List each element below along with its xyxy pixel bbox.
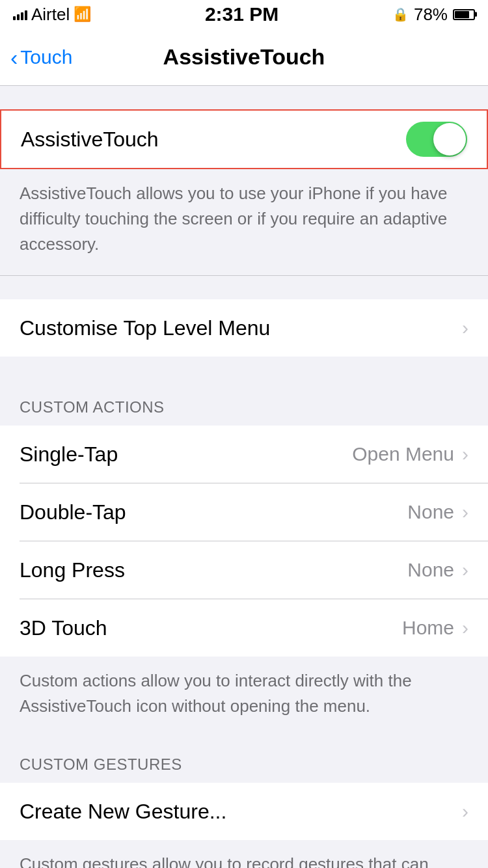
long-press-value: None › [407, 559, 468, 581]
orientation-lock-icon: 🔒 [392, 7, 409, 22]
back-button[interactable]: ‹ Touch [10, 46, 72, 68]
wifi-icon: 📶 [74, 6, 91, 23]
double-tap-chevron-icon: › [462, 501, 468, 523]
single-tap-current-value: Open Menu [352, 443, 454, 465]
signal-bars [13, 8, 27, 20]
custom-gestures-card: Create New Gesture... › [0, 783, 488, 840]
assistive-touch-row-inner: AssistiveTouch [1, 111, 487, 168]
back-chevron-icon: ‹ [10, 46, 18, 68]
custom-actions-header: CUSTOM ACTIONS [0, 380, 488, 426]
long-press-row[interactable]: Long Press None › [0, 541, 488, 599]
status-right: 🔒 78% [392, 5, 475, 25]
signal-bar-2 [17, 14, 20, 20]
assistive-touch-label: AssistiveTouch [21, 128, 159, 152]
carrier-label: Airtel [31, 5, 70, 25]
battery-fill [455, 11, 469, 18]
status-left: Airtel 📶 [13, 5, 91, 25]
double-tap-value: None › [407, 501, 468, 523]
custom-gestures-header: CUSTOM GESTURES [0, 737, 488, 783]
battery-percent-label: 78% [414, 5, 448, 25]
single-tap-row[interactable]: Single-Tap Open Menu › [0, 426, 488, 483]
double-tap-current-value: None [407, 501, 454, 523]
back-label: Touch [20, 46, 72, 68]
single-tap-chevron-icon: › [462, 443, 468, 465]
long-press-chevron-icon: › [462, 559, 468, 581]
single-tap-value: Open Menu › [352, 443, 468, 465]
single-tap-label: Single-Tap [20, 442, 118, 467]
3d-touch-value: Home › [402, 617, 468, 639]
double-tap-label: Double-Tap [20, 500, 126, 524]
nav-bar: ‹ Touch AssistiveTouch [0, 29, 488, 86]
status-bar: Airtel 📶 2:31 PM 🔒 78% [0, 0, 488, 29]
time-display: 2:31 PM [205, 3, 278, 25]
3d-touch-row[interactable]: 3D Touch Home › [0, 599, 488, 657]
chevron-right-icon: › [462, 317, 468, 339]
custom-actions-card: Single-Tap Open Menu › Double-Tap None ›… [0, 426, 488, 657]
assistive-touch-toggle[interactable] [406, 122, 467, 157]
toggle-thumb [433, 123, 466, 156]
customise-menu-card: Customise Top Level Menu › [0, 299, 488, 357]
signal-bar-3 [21, 12, 23, 20]
customise-menu-value: › [462, 317, 468, 339]
customise-menu-row[interactable]: Customise Top Level Menu › [0, 299, 488, 357]
battery-icon [453, 9, 475, 20]
battery-container [453, 9, 475, 20]
assistive-touch-description: AssistiveTouch allows you to use your iP… [0, 169, 488, 275]
create-gesture-label: Create New Gesture... [20, 800, 226, 824]
spacer-3 [0, 357, 488, 380]
long-press-current-value: None [407, 559, 454, 581]
spacer-2 [0, 276, 488, 299]
top-spacer [0, 86, 488, 109]
signal-bar-4 [25, 10, 27, 20]
3d-touch-current-value: Home [402, 617, 454, 639]
assistive-touch-row[interactable]: AssistiveTouch [0, 109, 488, 169]
page-title: AssistiveTouch [163, 44, 325, 70]
create-gesture-chevron-icon: › [462, 800, 468, 822]
3d-touch-label: 3D Touch [20, 616, 107, 640]
customise-menu-label: Customise Top Level Menu [20, 316, 270, 340]
3d-touch-chevron-icon: › [462, 617, 468, 639]
signal-bar-1 [13, 16, 16, 20]
long-press-label: Long Press [20, 558, 125, 582]
content: AssistiveTouch AssistiveTouch allows you… [0, 86, 488, 868]
custom-actions-description: Custom actions allow you to interact dir… [0, 657, 488, 737]
double-tap-row[interactable]: Double-Tap None › [0, 483, 488, 541]
custom-gestures-description: Custom gestures allow you to record gest… [0, 840, 488, 868]
create-gesture-row[interactable]: Create New Gesture... › [0, 783, 488, 840]
create-gesture-value: › [462, 800, 468, 822]
